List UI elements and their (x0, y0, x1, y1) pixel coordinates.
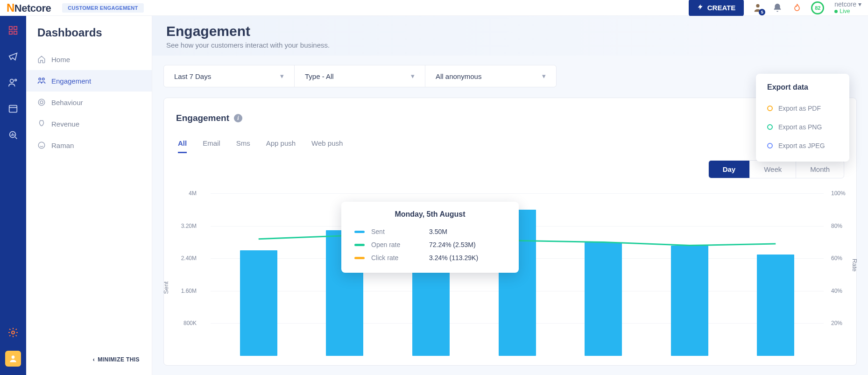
engagement-panel: Engagement i Event All Email Sms App pus… (163, 98, 857, 366)
engagement-icon (37, 77, 46, 85)
svg-point-16 (38, 142, 45, 149)
revenue-icon (37, 120, 46, 128)
ring-icon (767, 106, 773, 111)
svg-rect-7 (9, 106, 17, 113)
create-button[interactable]: CREATE (689, 0, 744, 16)
type-filter[interactable]: Type - All▾ (295, 65, 425, 87)
export-pdf[interactable]: Export as PDF (767, 99, 838, 118)
tooltip-row: Sent 3.50M (354, 225, 506, 238)
granularity-day[interactable]: Day (709, 161, 750, 178)
sidebar-item-label: Raman (51, 142, 74, 149)
bell-icon[interactable] (772, 2, 783, 14)
caret-down-icon: ▾ (542, 72, 546, 80)
tooltip-row: Click rate 3.24% (113.29K) (354, 251, 506, 264)
sidebar-item-engagement[interactable]: Engagement (26, 70, 152, 92)
svg-point-5 (10, 79, 14, 83)
channel-tabs: All Email Sms App push Web push (164, 129, 856, 154)
tooltip-title: Monday, 5th August (354, 210, 506, 219)
segment-filter[interactable]: All anonymous▾ (425, 65, 556, 87)
svg-rect-4 (14, 31, 17, 34)
rail-campaign-icon[interactable] (7, 50, 19, 63)
sidebar-item-raman[interactable]: Raman (26, 134, 152, 156)
svg-rect-2 (14, 27, 17, 29)
ring-icon (767, 143, 773, 149)
page-subtitle: See how your customers interact with you… (166, 41, 854, 49)
date-range-filter[interactable]: Last 7 Days▾ (164, 65, 295, 87)
export-popover: Export data Export as PDF Export as PNG … (756, 74, 849, 162)
account-switcher[interactable]: netcore ▾ Live (834, 1, 861, 14)
chart-tooltip: Monday, 5th August Sent 3.50M Open rate … (341, 202, 519, 273)
tab-web-push[interactable]: Web push (311, 139, 343, 153)
sidebar-item-behaviour[interactable]: Behaviour (26, 92, 152, 113)
chevron-left-icon: ‹ (93, 356, 95, 363)
brand-tag-badge: CUSTOMER ENGAGEMENT (62, 3, 143, 13)
brand-name: Netcore (14, 2, 51, 14)
score-ring[interactable]: 82 (811, 1, 824, 14)
y-axis-right: 100% 80% 60% 40% 20% (828, 185, 856, 356)
rail-content-icon[interactable] (7, 103, 19, 115)
tab-sms[interactable]: Sms (236, 139, 250, 153)
nav-rail (0, 16, 26, 375)
brand-logo: NNetcore CUSTOMER ENGAGEMENT (7, 1, 144, 14)
sidebar-item-home[interactable]: Home (26, 49, 152, 70)
avatar-notification-icon[interactable]: 5 (752, 2, 763, 14)
export-jpeg[interactable]: Export as JPEG (767, 136, 838, 155)
main-area: Engagement See how your customers intera… (152, 16, 868, 375)
export-title: Export data (767, 83, 838, 92)
granularity-week[interactable]: Week (750, 161, 796, 178)
sidebar-minimize-button[interactable]: ‹ MINIMIZE THIS (26, 344, 152, 375)
flame-icon[interactable] (791, 2, 803, 14)
status-dot-icon (834, 10, 838, 13)
ring-icon (767, 124, 773, 130)
granularity-toggle: Day Week Month (164, 154, 856, 178)
rail-analytics-icon[interactable] (7, 129, 19, 141)
caret-down-icon: ▾ (280, 72, 284, 80)
svg-point-10 (12, 331, 14, 334)
swatch-icon (354, 244, 365, 246)
page-title: Engagement (166, 23, 854, 39)
rail-dashboards-icon[interactable] (7, 24, 19, 36)
sidebar-item-label: Revenue (51, 120, 79, 128)
notification-count-badge: 5 (759, 9, 765, 15)
tab-email[interactable]: Email (203, 139, 220, 153)
y-axis-left: 4M 3.20M 2.40M 1.60M 800K (164, 185, 201, 356)
svg-point-0 (756, 4, 760, 7)
behaviour-icon (37, 98, 46, 106)
raman-icon (37, 141, 46, 149)
caret-down-icon: ▾ (858, 1, 861, 8)
svg-rect-1 (9, 27, 12, 29)
rail-contacts-icon[interactable] (7, 77, 19, 89)
caret-down-icon: ▾ (411, 72, 415, 80)
info-icon[interactable]: i (234, 114, 242, 122)
tab-app-push[interactable]: App push (266, 139, 296, 153)
lightning-icon (697, 3, 704, 13)
swatch-icon (354, 231, 365, 233)
home-icon (37, 55, 46, 64)
sidebar-item-label: Engagement (51, 77, 91, 85)
svg-point-12 (39, 78, 41, 80)
swatch-icon (354, 257, 365, 259)
svg-rect-3 (9, 31, 12, 34)
tab-all[interactable]: All (178, 139, 187, 153)
page-header: Engagement See how your customers intera… (152, 16, 868, 56)
top-bar: NNetcore CUSTOMER ENGAGEMENT CREATE 5 82… (0, 0, 868, 16)
rail-settings-icon[interactable] (7, 326, 19, 339)
export-png[interactable]: Export as PNG (767, 118, 838, 136)
sidebar: Dashboards Home Engagement Behaviour Rev… (26, 16, 152, 375)
panel-title: Engagement (176, 113, 229, 123)
engagement-chart: Sent Rate 4M 3.20M 2.40M 1.60M 800K 100%… (164, 178, 856, 365)
svg-point-11 (12, 355, 15, 359)
sidebar-item-label: Behaviour (51, 99, 83, 106)
svg-point-15 (40, 101, 43, 104)
tooltip-row: Open rate 72.24% (2.53M) (354, 238, 506, 251)
sidebar-item-revenue[interactable]: Revenue (26, 113, 152, 134)
svg-point-6 (15, 79, 17, 81)
granularity-month[interactable]: Month (796, 161, 844, 178)
svg-point-14 (38, 99, 45, 106)
sidebar-title: Dashboards (26, 26, 152, 49)
rail-profile-icon[interactable] (5, 351, 21, 367)
svg-point-13 (42, 78, 45, 80)
sidebar-item-label: Home (51, 56, 70, 64)
